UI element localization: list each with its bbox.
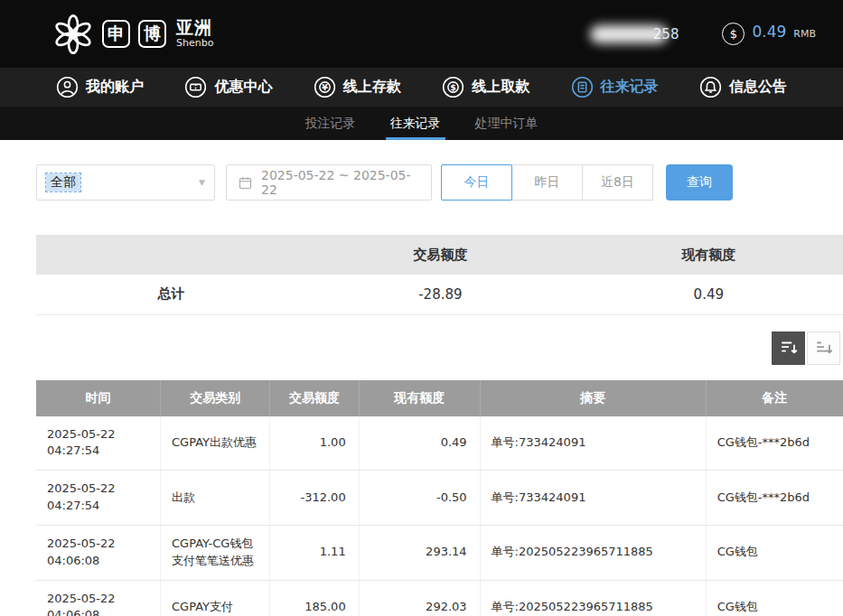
record-cell-balance: 0.49 [359, 416, 480, 471]
record-cell-summary: 单号:733424091 [480, 471, 706, 526]
col-header-balance: 现有额度 [359, 380, 480, 416]
site-logo[interactable]: 申 博 亚洲 Shenbo [52, 14, 213, 55]
record-cell-type: CGPAY-CG钱包支付笔笔送优惠 [161, 525, 270, 580]
record-cell-balance: -0.50 [359, 471, 480, 526]
records-table: 时间 交易类别 交易额度 现有额度 摘要 备注 2025-05-22 04:27… [36, 380, 843, 616]
record-cell-amount: 1.00 [270, 416, 359, 471]
sub-nav: 投注记录 往来记录 处理中订单 [0, 107, 843, 140]
record-cell-note: CG钱包 [706, 525, 843, 580]
summary-header-current-balance: 现有额度 [575, 235, 843, 275]
record-cell-note: CG钱包-***2b6d [706, 416, 843, 471]
record-cell-summary: 单号:202505223965711885 [480, 525, 706, 580]
record-row: 2025-05-22 04:27:54出款-312.00-0.50单号:7334… [36, 471, 843, 526]
flower-logo-icon [52, 14, 94, 55]
balance[interactable]: $ 0.49 RMB [722, 23, 816, 45]
filter-bar: 全部 ▼ 2025-05-22 ~ 2025-05-22 今日 昨日 近8日 查… [36, 164, 843, 201]
col-header-note: 备注 [706, 380, 843, 416]
nav-item-label: 往来记录 [601, 78, 659, 97]
main-nav: 我的账户 优惠中心 ¥ 线上存款 $ 线上取款 往来记录 信息公告 [0, 68, 843, 107]
user-icon [56, 76, 79, 98]
record-cell-amount: 1.11 [270, 525, 359, 580]
record-cell-balance: 293.14 [359, 525, 480, 580]
svg-text:$: $ [450, 82, 456, 92]
withdraw-coin-icon: $ [442, 76, 464, 98]
today-button[interactable]: 今日 [441, 164, 512, 201]
record-cell-summary: 单号:202505223965711885 [480, 580, 706, 616]
last-8-days-button[interactable]: 近8日 [582, 164, 653, 201]
blurred-account-mask [590, 25, 668, 43]
date-range-value: 2025-05-22 ~ 2025-05-22 [261, 168, 420, 197]
col-header-summary: 摘要 [480, 380, 706, 416]
sort-controls [36, 331, 843, 365]
type-filter-value: 全部 [46, 173, 80, 191]
balance-currency: RMB [793, 28, 816, 40]
coupon-icon [184, 76, 207, 98]
records-icon [571, 76, 594, 98]
sort-ascending-button[interactable] [807, 331, 840, 365]
type-filter-select[interactable]: 全部 ▼ [36, 164, 215, 201]
record-row: 2025-05-22 04:27:54CGPAY出款优惠1.000.49单号:7… [36, 416, 843, 471]
content-area: 全部 ▼ 2025-05-22 ~ 2025-05-22 今日 昨日 近8日 查… [0, 140, 843, 616]
deposit-coin-icon: ¥ [314, 76, 336, 98]
record-cell-note: CG钱包-***2b6d [706, 471, 843, 526]
summary-balance-total: 0.49 [575, 275, 843, 314]
record-row: 2025-05-22 04:06:08CGPAY支付185.00292.03单号… [36, 580, 843, 616]
account-number[interactable]: 258 [590, 25, 679, 43]
summary-header-empty [36, 235, 306, 275]
sort-descending-button[interactable] [772, 331, 805, 365]
nav-item-label: 线上存款 [343, 78, 401, 97]
record-cell-type: 出款 [161, 471, 270, 526]
bell-icon [699, 76, 722, 98]
nav-item-label: 我的账户 [86, 78, 144, 97]
logo-char-2: 博 [138, 20, 166, 48]
record-cell-balance: 292.03 [359, 580, 480, 616]
nav-item-label: 优惠中心 [214, 78, 272, 97]
dollar-icon: $ [722, 23, 745, 45]
records-header-row: 时间 交易类别 交易额度 现有额度 摘要 备注 [36, 380, 843, 416]
record-cell-type: CGPAY支付 [161, 580, 270, 616]
query-button[interactable]: 查询 [666, 164, 733, 201]
tab-processing-orders[interactable]: 处理中订单 [471, 107, 543, 140]
logo-char-1: 申 [102, 20, 130, 48]
svg-text:¥: ¥ [322, 82, 328, 92]
quick-range-group: 今日 昨日 近8日 [441, 164, 653, 201]
nav-item-my-account[interactable]: 我的账户 [56, 76, 144, 98]
tab-transaction-records[interactable]: 往来记录 [386, 107, 445, 140]
nav-item-online-withdrawal[interactable]: $ 线上取款 [442, 76, 529, 98]
record-cell-time: 2025-05-22 04:06:08 [36, 525, 161, 580]
logo-region: 亚洲 [176, 18, 213, 38]
summary-total-row: 总计 -28.89 0.49 [36, 275, 843, 314]
record-cell-type: CGPAY出款优惠 [161, 416, 270, 471]
logo-subtitle: Shenbo [176, 38, 213, 50]
summary-total-label: 总计 [36, 275, 306, 314]
yesterday-button[interactable]: 昨日 [511, 164, 583, 201]
record-cell-summary: 单号:733424091 [480, 416, 706, 471]
record-cell-amount: -312.00 [270, 471, 359, 526]
col-header-time: 时间 [36, 380, 161, 416]
nav-item-label: 信息公告 [729, 78, 787, 97]
summary-header-row: 交易额度 现有额度 [36, 235, 843, 275]
summary-header-transaction-amount: 交易额度 [306, 235, 574, 275]
top-header: 申 博 亚洲 Shenbo 258 $ 0.49 RMB [0, 0, 843, 68]
sort-ascending-icon [814, 338, 834, 358]
sort-descending-icon [779, 338, 799, 358]
nav-item-promotions[interactable]: 优惠中心 [184, 76, 272, 98]
col-header-type: 交易类别 [161, 380, 270, 416]
col-header-amount: 交易额度 [270, 380, 359, 416]
record-cell-note: CG钱包 [706, 580, 843, 616]
nav-item-announcements[interactable]: 信息公告 [699, 76, 787, 98]
nav-item-online-deposit[interactable]: ¥ 线上存款 [314, 76, 401, 98]
summary-transaction-total: -28.89 [306, 275, 574, 314]
tab-bet-records[interactable]: 投注记录 [301, 107, 361, 140]
chevron-down-icon: ▼ [199, 178, 205, 187]
record-cell-time: 2025-05-22 04:27:54 [36, 416, 161, 471]
nav-item-transaction-records[interactable]: 往来记录 [571, 76, 659, 98]
calendar-icon [238, 175, 253, 191]
summary-table: 交易额度 现有额度 总计 -28.89 0.49 [36, 235, 843, 315]
date-range-picker[interactable]: 2025-05-22 ~ 2025-05-22 [226, 164, 432, 201]
record-cell-time: 2025-05-22 04:06:08 [36, 580, 161, 616]
records-table-body: 2025-05-22 04:27:54CGPAY出款优惠1.000.49单号:7… [36, 416, 843, 616]
balance-value: 0.49 [752, 23, 786, 41]
record-cell-amount: 185.00 [270, 580, 359, 616]
record-row: 2025-05-22 04:06:08CGPAY-CG钱包支付笔笔送优惠1.11… [36, 525, 843, 580]
